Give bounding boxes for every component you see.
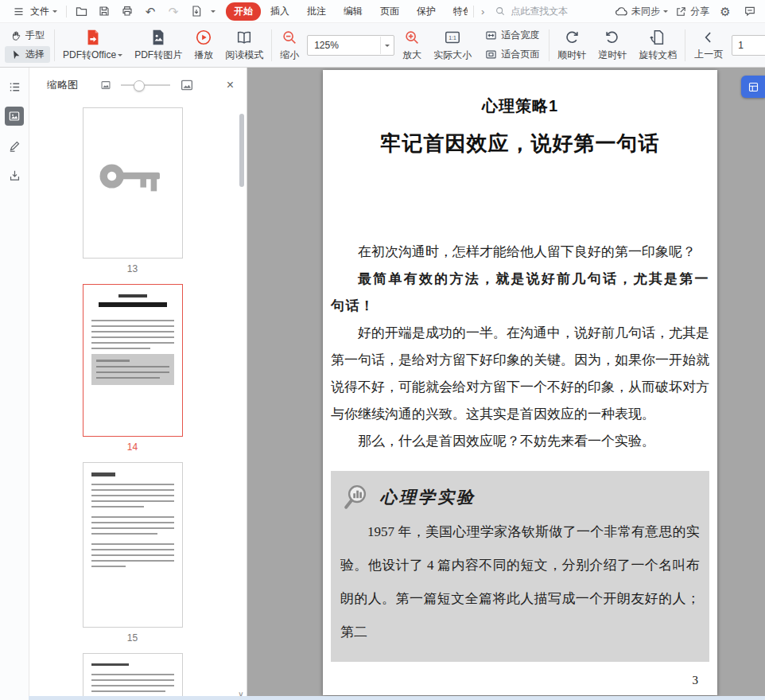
fit-page-label: 适合页面: [501, 48, 539, 61]
paragraph: 那么，什么是首因效应呢？不妨先来看一个实验。: [331, 428, 709, 455]
outline-panel-button[interactable]: [5, 77, 24, 96]
thumbnail-size-slider[interactable]: [121, 84, 170, 86]
menu-bar: 文件 ↶ ↷ 开始 插入 批注 编辑 页面 保护 特色 › 点此查找文本: [0, 0, 765, 23]
export-button[interactable]: [188, 2, 205, 20]
sync-status-button[interactable]: 未同步: [615, 5, 668, 18]
open-file-button[interactable]: [72, 2, 90, 20]
ribbon-tabs: 开始 插入 批注 编辑 页面 保护 特色: [226, 2, 468, 21]
actual-size-label: 实际大小: [433, 49, 472, 62]
mini-experiment-box: [91, 354, 174, 385]
rotate-clockwise-button[interactable]: 顺时针: [553, 27, 590, 64]
scrollbar-thumb[interactable]: [239, 114, 244, 187]
play-button[interactable]: 播放: [190, 27, 217, 64]
thumbnail-page-16[interactable]: [83, 653, 183, 700]
fit-width-icon: [485, 29, 497, 41]
hand-tool-button[interactable]: 手型: [5, 27, 50, 44]
feedback-button[interactable]: [741, 2, 759, 20]
chevron-down-icon: [663, 10, 668, 15]
rotate-clockwise-icon: [563, 29, 581, 46]
magnifier-chart-icon: [342, 482, 372, 512]
thumbnail-panel-button[interactable]: [5, 107, 24, 126]
experiment-box-text: 1957 年，美国心理学家洛钦斯做了一个非常有意思的实验。他设计了 4 篇内容不…: [340, 515, 700, 649]
thumbnail-page-label: 14: [127, 441, 138, 453]
thumbnail-list: 13 14: [29, 107, 235, 700]
pdf-to-image-icon: [150, 29, 167, 46]
zoom-level-combobox[interactable]: 125%: [307, 35, 394, 56]
pdf-to-image-button[interactable]: PDF转图片: [130, 27, 186, 64]
fit-width-label: 适合宽度: [501, 29, 539, 42]
zoom-in-button[interactable]: 放大: [398, 27, 425, 64]
toolbar: 手型 选择 PDF转Office PDF转图片 播放 阅读模式: [0, 23, 765, 68]
divider: [473, 6, 474, 18]
cloud-icon: [615, 5, 628, 18]
rotate-document-icon: [649, 29, 666, 46]
hand-icon: [10, 30, 21, 41]
fit-page-icon: [485, 49, 497, 60]
thumbnail-smaller-icon[interactable]: [100, 80, 111, 91]
thumbnail-page-15[interactable]: [83, 462, 183, 628]
pdf-to-office-label: PDF转Office: [63, 49, 116, 62]
thumbnail-page-13[interactable]: [83, 107, 183, 259]
tab-edit[interactable]: 编辑: [336, 2, 371, 21]
paragraph-bold: 最简单有效的方法，就是说好前几句话，尤其是第一句话！: [331, 266, 709, 320]
pointer-tools: 手型 选择: [5, 27, 50, 63]
chevron-down-icon: [52, 10, 57, 15]
tab-protect[interactable]: 保护: [409, 2, 444, 21]
tab-home[interactable]: 开始: [226, 2, 261, 21]
cursor-icon: [10, 49, 21, 60]
experiment-box-header: 心理学实验: [340, 482, 700, 512]
floating-widget-button[interactable]: [741, 76, 765, 98]
zoom-out-button[interactable]: 缩小: [276, 27, 303, 64]
redo-button[interactable]: ↷: [165, 2, 182, 20]
tab-special[interactable]: 特色: [445, 2, 468, 21]
divider: [685, 29, 685, 61]
thumbnail-larger-icon[interactable]: [180, 78, 194, 92]
svg-text:1:1: 1:1: [449, 35, 456, 41]
fit-width-button[interactable]: 适合宽度: [480, 27, 545, 44]
more-tabs-chevron[interactable]: ›: [480, 6, 486, 18]
experiment-box: 心理学实验 1957 年，美国心理学家洛钦斯做了一个非常有意思的实验。他设计了 …: [331, 471, 709, 662]
export-panel-button[interactable]: [5, 165, 24, 185]
tab-annotate[interactable]: 批注: [299, 2, 334, 21]
file-menu-button[interactable]: 文件: [6, 1, 60, 21]
tab-page[interactable]: 页面: [372, 2, 407, 21]
thumbnail-page-14[interactable]: [83, 284, 183, 437]
settings-button[interactable]: ⚙: [716, 2, 734, 20]
experiment-box-title: 心理学实验: [380, 486, 476, 508]
document-canvas: 心理策略1 牢记首因效应，说好第一句话 在初次沟通时，怎样才能给他人留下良好的第…: [247, 68, 765, 700]
rotate-document-button[interactable]: 旋转文档: [635, 27, 681, 64]
share-button[interactable]: 分享: [675, 5, 709, 18]
actual-size-button[interactable]: 1:1 实际大小: [429, 27, 476, 64]
hamburger-icon: [10, 2, 27, 20]
previous-page-button[interactable]: 上一页: [690, 28, 727, 63]
menu-right-cluster: 未同步 分享 ⚙: [615, 2, 759, 20]
zoom-level-value: 125%: [314, 40, 380, 51]
annotation-tool-button[interactable]: [5, 136, 24, 155]
close-panel-button[interactable]: ×: [223, 77, 237, 93]
tab-insert[interactable]: 插入: [262, 2, 297, 21]
thumbnail-scrollbar[interactable]: [239, 109, 244, 686]
hand-tool-label: 手型: [25, 29, 45, 42]
current-page-input[interactable]: 1: [732, 35, 765, 56]
divider: [380, 37, 381, 54]
document-page: 心理策略1 牢记首因效应，说好第一句话 在初次沟通时，怎样才能给他人留下良好的第…: [323, 70, 717, 695]
reading-mode-button[interactable]: 阅读模式: [221, 27, 267, 64]
section-label: 心理策略1: [331, 95, 709, 117]
reading-mode-label: 阅读模式: [225, 49, 263, 62]
zoom-out-icon: [281, 29, 298, 46]
pdf-to-office-button[interactable]: PDF转Office: [59, 27, 126, 64]
select-tool-button[interactable]: 选择: [5, 46, 50, 63]
print-button[interactable]: [118, 2, 136, 20]
slider-knob[interactable]: [134, 80, 145, 91]
rotate-document-label: 旋转文档: [639, 49, 677, 62]
thumbnail-panel-header: 缩略图 ×: [29, 68, 247, 103]
status-strip: [29, 696, 765, 700]
thumbnail-page-label: 13: [127, 263, 138, 274]
fit-page-button[interactable]: 适合页面: [480, 46, 545, 63]
zoom-out-label: 缩小: [280, 49, 299, 62]
rotate-counterclockwise-button[interactable]: 逆时针: [594, 27, 631, 64]
fit-tools: 适合宽度 适合页面: [480, 27, 545, 63]
undo-button[interactable]: ↶: [142, 2, 159, 20]
save-button[interactable]: [95, 2, 113, 20]
find-text-field[interactable]: 点此查找文本: [495, 5, 568, 18]
